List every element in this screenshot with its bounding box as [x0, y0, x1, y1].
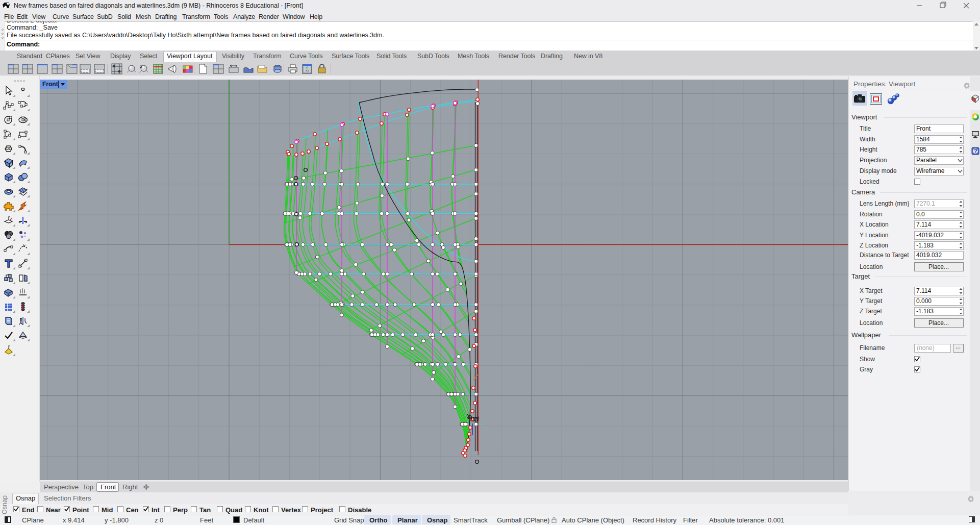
svg-text:?: ? — [974, 148, 977, 154]
svg-text:2: 2 — [140, 64, 142, 69]
svg-text:Osnap: Osnap — [1, 495, 8, 514]
svg-text:1: 1 — [306, 66, 309, 73]
